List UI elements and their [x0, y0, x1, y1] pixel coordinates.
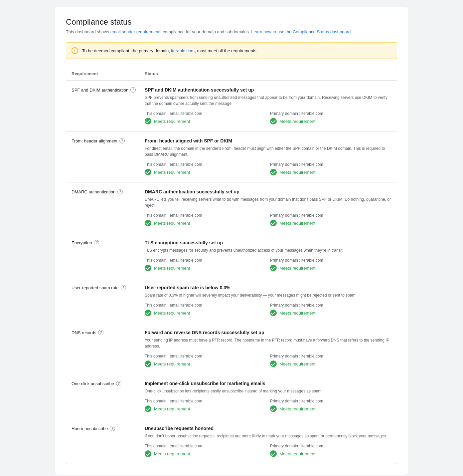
requirement-label-2: DMARC authentication	[72, 189, 115, 194]
primary-domain-label-1: Primary domain : iterable.com	[270, 162, 391, 167]
requirement-label-6: One-click unsubscribe	[72, 381, 114, 386]
table-row: Honor unsubscribe ? Unsubscribe requests…	[66, 419, 397, 464]
check-icon-this-3	[145, 265, 151, 271]
primary-domain-meets-6: Meets requirement	[279, 406, 315, 411]
status-desc-3: TLS encrypts messages for security and p…	[145, 247, 391, 253]
this-domain-check-4: This domain : email.iterable.com Meets r…	[145, 303, 266, 316]
this-domain-label-6: This domain : email.iterable.com	[145, 399, 266, 403]
requirement-label-4: User-reported spam rate	[72, 285, 119, 290]
status-desc-5: Your sending IP address must have a PTR …	[145, 337, 391, 349]
status-desc-0: SPF prevents spammers from sending unaut…	[145, 95, 391, 107]
this-domain-meets-0: Meets requirement	[154, 119, 190, 124]
check-icon-primary-1	[270, 169, 277, 175]
check-icon-primary-3	[270, 265, 277, 271]
check-icon-this-1	[145, 169, 151, 175]
primary-domain-label-6: Primary domain : iterable.com	[270, 399, 391, 403]
status-cell-4: User-reported spam rate is below 0.3% Sp…	[145, 285, 391, 316]
check-icon-this-2	[145, 220, 151, 226]
primary-domain-status-7: Meets requirement	[270, 450, 391, 457]
help-icon-2[interactable]: ?	[117, 189, 123, 194]
banner-text-before: To be deemed compliant, the primary doma…	[82, 48, 171, 53]
table-row: DNS records ? Forward and reverse DNS re…	[66, 323, 397, 374]
requirement-label-1: From: header alignment	[72, 138, 117, 143]
primary-domain-check-7: Primary domain : iterable.com Meets requ…	[270, 444, 391, 457]
check-icon-primary-7	[270, 450, 277, 457]
check-icon-primary-0	[270, 118, 277, 124]
table-header: Requirement Status	[66, 67, 397, 81]
info-icon: i	[72, 47, 78, 54]
primary-domain-check-0: Primary domain : iterable.com Meets requ…	[270, 111, 391, 124]
subtitle-text-middle: compliance for your domain and subdomain…	[162, 29, 251, 34]
header-status: Status	[145, 71, 391, 76]
primary-domain-label-4: Primary domain : iterable.com	[270, 303, 391, 308]
this-domain-check-5: This domain : email.iterable.com Meets r…	[145, 354, 266, 367]
help-icon-7[interactable]: ?	[110, 426, 115, 431]
requirement-cell-4: User-reported spam rate ?	[72, 285, 145, 290]
primary-domain-check-3: Primary domain : iterable.com Meets requ…	[270, 258, 391, 271]
this-domain-meets-7: Meets requirement	[154, 451, 190, 456]
requirement-cell-7: Honor unsubscribe ?	[72, 426, 145, 431]
page-container: Compliance status This dashboard shows e…	[55, 7, 408, 475]
domain-checks-4: This domain : email.iterable.com Meets r…	[145, 303, 391, 316]
primary-domain-check-2: Primary domain : iterable.com Meets requ…	[270, 213, 391, 226]
domain-checks-1: This domain : email.iterable.com Meets r…	[145, 162, 391, 175]
help-icon-5[interactable]: ?	[98, 330, 103, 335]
primary-domain-label-2: Primary domain : iterable.com	[270, 213, 391, 218]
requirement-cell-5: DNS records ?	[72, 330, 145, 335]
banner-text: To be deemed compliant, the primary doma…	[82, 48, 257, 53]
this-domain-status-4: Meets requirement	[145, 310, 266, 316]
email-sender-requirements-link[interactable]: email sender requirements	[110, 29, 162, 34]
this-domain-status-0: Meets requirement	[145, 118, 266, 124]
primary-domain-check-5: Primary domain : iterable.com Meets requ…	[270, 354, 391, 367]
status-cell-0: SPF and DKIM authentication successfully…	[145, 87, 391, 124]
primary-domain-label-0: Primary domain : iterable.com	[270, 111, 391, 116]
primary-domain-status-4: Meets requirement	[270, 310, 391, 316]
domain-checks-5: This domain : email.iterable.com Meets r…	[145, 354, 391, 367]
help-icon-4[interactable]: ?	[121, 285, 126, 290]
this-domain-check-6: This domain : email.iterable.com Meets r…	[145, 399, 266, 412]
subtitle-text-before-link1: This dashboard shows	[66, 29, 110, 34]
requirement-cell-0: SPF and DKIM authentication ?	[72, 87, 145, 93]
status-title-6: Implement one-click unsubscribe for mark…	[145, 381, 391, 386]
this-domain-check-7: This domain : email.iterable.com Meets r…	[145, 444, 266, 457]
this-domain-status-1: Meets requirement	[145, 169, 266, 175]
check-icon-this-7	[145, 450, 151, 457]
table-row: SPF and DKIM authentication ? SPF and DK…	[66, 81, 397, 131]
domain-checks-3: This domain : email.iterable.com Meets r…	[145, 258, 391, 271]
primary-domain-status-2: Meets requirement	[270, 220, 391, 226]
this-domain-check-2: This domain : email.iterable.com Meets r…	[145, 213, 266, 226]
status-title-4: User-reported spam rate is below 0.3%	[145, 285, 391, 290]
page-title: Compliance status	[66, 17, 397, 27]
this-domain-status-3: Meets requirement	[145, 265, 266, 271]
status-desc-1: For direct email, the domain in the send…	[145, 145, 391, 157]
requirement-label-0: SPF and DKIM authentication	[72, 88, 128, 93]
primary-domain-meets-4: Meets requirement	[279, 311, 315, 316]
help-icon-6[interactable]: ?	[116, 381, 121, 386]
primary-domain-check-4: Primary domain : iterable.com Meets requ…	[270, 303, 391, 316]
primary-domain-label-5: Primary domain : iterable.com	[270, 354, 391, 358]
primary-domain-meets-3: Meets requirement	[279, 266, 315, 271]
help-icon-3[interactable]: ?	[94, 240, 99, 245]
primary-domain-meets-1: Meets requirement	[279, 170, 315, 175]
header-requirement: Requirement	[72, 71, 145, 76]
check-icon-primary-6	[270, 405, 277, 412]
this-domain-meets-2: Meets requirement	[154, 221, 190, 226]
primary-domain-meets-2: Meets requirement	[279, 221, 315, 226]
status-title-7: Unsubscribe requests honored	[145, 426, 391, 431]
primary-domain-status-0: Meets requirement	[270, 118, 391, 124]
this-domain-meets-1: Meets requirement	[154, 170, 190, 175]
learn-how-link[interactable]: Learn how to use the Compliance Status d…	[251, 29, 351, 34]
primary-domain-meets-5: Meets requirement	[279, 361, 315, 366]
status-title-2: DMARC authentication successfully set up	[145, 189, 391, 194]
this-domain-label-0: This domain : email.iterable.com	[145, 111, 266, 116]
this-domain-label-5: This domain : email.iterable.com	[145, 354, 266, 358]
info-banner: i To be deemed compliant, the primary do…	[66, 42, 397, 59]
this-domain-label-3: This domain : email.iterable.com	[145, 258, 266, 263]
banner-text-after: , must meet all the requirements.	[195, 48, 257, 53]
this-domain-status-5: Meets requirement	[145, 360, 266, 367]
help-icon-0[interactable]: ?	[130, 87, 136, 93]
help-icon-1[interactable]: ?	[119, 138, 125, 143]
requirement-cell-3: Encryption ?	[72, 240, 145, 245]
iterable-domain-link[interactable]: iterable.com	[171, 48, 195, 53]
status-title-0: SPF and DKIM authentication successfully…	[145, 87, 391, 93]
